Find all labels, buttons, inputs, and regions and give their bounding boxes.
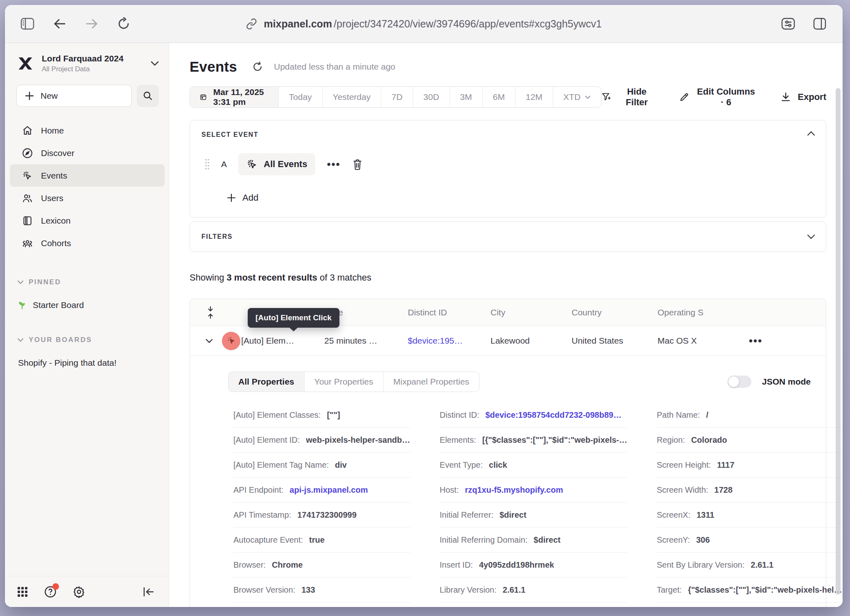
sidebar-item-events[interactable]: Events [10,164,165,187]
property-row: Target:{"$classes":[""],"$id":"web-pixel… [657,578,843,602]
address-bar[interactable]: mixpanel.com/project/3472420/view/397469… [246,18,601,30]
range-12m[interactable]: 12M [515,87,553,107]
property-label: [Auto] Element ID: [233,435,300,445]
edit-columns-button[interactable]: Edit Columns · 6 [680,86,757,108]
sidebar-item-discover[interactable]: Discover [10,142,165,164]
sidebar-item-lexicon[interactable]: Lexicon [10,209,165,232]
property-label: ScreenY: [657,535,690,545]
tab-your-properties[interactable]: Your Properties [304,372,383,392]
event-selector-chip[interactable]: All Events [238,153,315,175]
delete-event-icon[interactable] [352,159,363,170]
sidebar-item-home[interactable]: Home [10,119,165,142]
property-value-link[interactable]: rzq1xu-f5.myshopify.com [465,485,563,495]
property-row: Host:rzq1xu-f5.myshopify.com [440,478,627,503]
property-row: Elements:[{"$classes":[""],"$id":"web-pi… [440,428,627,453]
row-city: Lakewood [491,336,572,346]
sidebar: Lord Farquaad 2024 All Project Data New … [5,43,169,607]
event-tooltip: [Auto] Element Click [248,308,339,328]
row-distinct-id[interactable]: $device:195… [408,336,491,346]
property-row: Browser:Chrome [233,553,410,578]
property-label: Sent By Library Version: [657,560,745,570]
range-xtd[interactable]: XTD [553,87,601,107]
column-header-country[interactable]: Country [572,308,658,317]
tab-all-properties[interactable]: All Properties [228,372,304,392]
column-header-city[interactable]: City [491,308,572,317]
sidebar-item-cohorts[interactable]: Cohorts [10,232,165,254]
scrollbar[interactable] [836,88,841,595]
reload-icon[interactable] [117,17,130,30]
chevron-down-icon [17,280,24,284]
updated-status: Updated less than a minute ago [274,62,396,72]
property-label: Autocapture Event: [233,535,303,545]
property-value-link[interactable]: $device:1958754cdd7232-098b89… [485,410,621,420]
plus-icon [25,91,34,100]
property-value-link[interactable]: api-js.mixpanel.com [289,485,368,495]
sidebar-toggle-icon[interactable] [20,18,34,30]
collapse-sidebar-icon[interactable] [142,587,154,597]
hide-filter-button[interactable]: Hide Filter [601,86,656,108]
property-row: Library Version:2.61.1 [440,578,627,602]
row-more-options-icon[interactable]: ••• [749,339,762,343]
sidebar-item-starter-board[interactable]: Starter Board [5,294,169,316]
board-label: Shopify - Piping that data! [18,358,117,368]
property-value: [{"$classes":[""],"$id":"web-pixels-… [482,435,627,445]
pinned-section-header[interactable]: PINNED [5,278,169,286]
date-picker-button[interactable]: Mar 11, 2025 3:31 pm [190,87,278,107]
property-column: Distinct ID:$device:1958754cdd7232-098b8… [440,403,627,607]
json-mode-toggle[interactable] [728,376,751,388]
add-event-button[interactable]: Add [201,192,814,203]
event-more-options-icon[interactable]: ••• [327,162,340,166]
event-avatar [222,332,240,350]
tab-mixpanel-properties[interactable]: Mixpanel Properties [383,372,479,392]
chevron-down-icon[interactable] [206,339,213,343]
split-view-icon[interactable] [813,18,826,30]
range-7d[interactable]: 7D [381,87,413,107]
range-6m[interactable]: 6M [482,87,515,107]
apps-grid-icon[interactable] [17,587,28,597]
new-button-label: New [41,91,58,101]
range-30d[interactable]: 30D [413,87,450,107]
column-header-distinct-id[interactable]: Distinct ID [408,308,491,317]
range-today[interactable]: Today [278,87,322,107]
property-row: [Auto] Element Tag Name:div [233,453,410,478]
sidebar-item-users[interactable]: Users [10,187,165,209]
collapse-all-rows-icon[interactable] [206,306,215,319]
drag-handle-icon[interactable] [205,158,210,170]
table-row[interactable]: [Auto] Elem… 25 minutes … $device:195… L… [190,326,826,356]
range-yesterday[interactable]: Yesterday [322,87,381,107]
event-row-letter: A [221,159,227,169]
your-boards-section-header[interactable]: YOUR BOARDS [5,336,169,344]
project-switcher[interactable]: Lord Farquaad 2024 All Project Data [5,43,169,73]
users-icon [22,193,33,204]
collapse-section-icon[interactable] [807,131,815,136]
column-header-os[interactable]: Operating S [658,308,749,317]
event-detail-panel: All Properties Your Properties Mixpanel … [190,356,826,607]
property-row: Mixpanel Library:web [440,602,627,607]
url-domain: mixpanel.com [264,18,332,30]
settings-gear-icon[interactable] [73,586,85,598]
property-label: Distinct ID: [440,410,479,420]
property-label: API Endpoint: [233,485,283,495]
back-icon[interactable] [53,18,66,29]
calendar-icon [200,92,207,102]
expand-filters-icon[interactable] [807,234,815,239]
property-value: Chrome [272,560,303,570]
property-label: Path Name: [657,410,700,420]
page-settings-icon[interactable] [781,18,795,30]
property-value: 1117 [717,460,734,470]
browser-window: mixpanel.com/project/3472420/view/397469… [5,5,843,607]
property-label: API Timestamp: [233,510,291,520]
project-name: Lord Farquaad 2024 [42,54,143,63]
property-row: Browser Version:133 [233,578,410,602]
sidebar-item-shopify-board[interactable]: Shopify - Piping that data! [5,351,169,374]
property-row: [Auto] Element Classes:[""] [233,403,410,428]
export-button[interactable]: Export [780,92,826,102]
forward-icon[interactable] [85,18,98,29]
search-button[interactable] [137,85,159,107]
range-3m[interactable]: 3M [450,87,482,107]
mixpanel-logo [16,54,34,72]
refresh-icon[interactable] [252,61,263,72]
notification-badge [52,583,59,590]
new-button[interactable]: New [16,85,132,107]
url-path: /project/3472420/view/3974696/app/events… [334,18,602,30]
